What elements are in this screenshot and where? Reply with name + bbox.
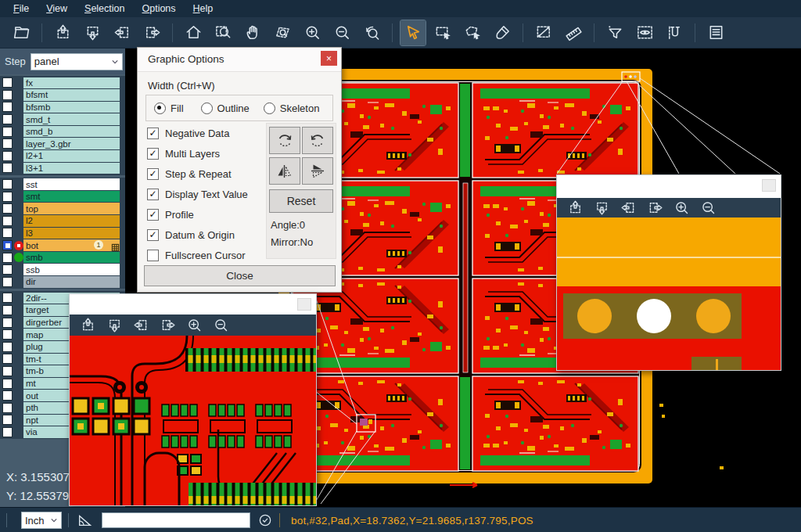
layer-row-fx[interactable]: fx <box>0 77 125 89</box>
layer-visibility-checkbox[interactable] <box>2 216 13 226</box>
menu-selection[interactable]: Selection <box>76 2 133 16</box>
layer-name[interactable]: bfsmb <box>23 102 120 113</box>
view-options-icon[interactable] <box>632 20 657 45</box>
layer-row-l3[interactable]: l3 <box>0 227 125 239</box>
reset-button[interactable]: Reset <box>269 189 333 213</box>
layer-visibility-checkbox[interactable] <box>2 228 13 238</box>
menu-options[interactable]: Options <box>133 2 184 16</box>
layer-row-sst[interactable]: sst <box>0 178 125 191</box>
pan-up-icon[interactable] <box>77 316 98 335</box>
pan-hand-icon[interactable] <box>240 20 265 45</box>
layer-visibility-checkbox[interactable] <box>2 102 13 112</box>
layer-name[interactable]: l3+1 <box>23 163 120 174</box>
layer-visibility-checkbox[interactable] <box>2 163 13 173</box>
zoom-window-view[interactable] <box>70 336 316 505</box>
layer-name[interactable]: layer_3.gbr <box>23 138 120 149</box>
layer-row-smb[interactable]: smb <box>0 251 125 264</box>
layer-visibility-checkbox[interactable] <box>2 293 13 303</box>
pan-down-icon[interactable] <box>104 316 124 335</box>
checkbox-box[interactable]: ✓ <box>147 229 159 241</box>
checkbox-box[interactable] <box>147 250 159 261</box>
zoom-out-icon[interactable] <box>329 20 354 45</box>
select-arrow-icon[interactable] <box>400 20 426 45</box>
layer-name[interactable]: smb <box>23 252 120 264</box>
layer-visibility-checkbox[interactable] <box>2 354 13 364</box>
layer-visibility-checkbox[interactable] <box>2 329 13 340</box>
layer-visibility-checkbox[interactable] <box>2 138 13 149</box>
layer-visibility-checkbox[interactable] <box>2 427 13 437</box>
measure-distance-icon[interactable] <box>531 20 556 45</box>
layer-name[interactable]: smt <box>23 191 120 203</box>
zoom-in-icon[interactable] <box>671 199 691 217</box>
layer-row-ssb[interactable]: ssb <box>0 264 125 276</box>
checkbox-box[interactable]: ✓ <box>147 209 159 221</box>
grid-icon[interactable] <box>111 241 120 250</box>
layer-visibility-checkbox[interactable] <box>2 264 13 275</box>
checkbox-multi-layers[interactable]: ✓Multi Layers <box>147 143 248 164</box>
layer-name[interactable]: smd_b <box>23 126 120 138</box>
layer-row-l2[interactable]: l2 <box>0 215 125 228</box>
zoom-out-icon[interactable] <box>698 199 718 217</box>
layer-name[interactable]: l3 <box>23 228 120 239</box>
zoom-in-icon[interactable] <box>300 20 325 45</box>
pan-right-icon[interactable] <box>157 316 178 335</box>
zoom-out-icon[interactable] <box>210 316 231 335</box>
layer-name[interactable]: ssb <box>23 264 120 275</box>
checkbox-display-text-value[interactable]: ✓Display Text Value <box>147 184 248 204</box>
checkbox-box[interactable]: ✓ <box>147 189 159 200</box>
zoom-in-icon[interactable] <box>184 316 204 335</box>
layer-name[interactable]: top <box>23 203 120 214</box>
radio-outline[interactable]: Outline <box>201 102 250 114</box>
layer-visibility-checkbox[interactable] <box>2 203 13 214</box>
checkbox-box[interactable]: ✓ <box>147 128 159 139</box>
zoom-previous-icon[interactable] <box>359 20 384 45</box>
filter-icon[interactable] <box>602 20 627 45</box>
checkbox-box[interactable]: ✓ <box>147 148 159 160</box>
menu-help[interactable]: Help <box>185 2 222 16</box>
select-rectangle-icon[interactable] <box>430 20 455 45</box>
layer-visibility-checkbox[interactable] <box>2 379 13 389</box>
layer-row-smd_b[interactable]: smd_b <box>0 125 125 138</box>
zoom-window-title-bar[interactable] <box>70 294 316 315</box>
radio-fill[interactable]: Fill <box>154 102 184 114</box>
pan-down-icon[interactable] <box>591 199 612 217</box>
window-button[interactable] <box>297 298 311 311</box>
layer-visibility-checkbox[interactable] <box>2 127 13 137</box>
layer-visibility-checkbox[interactable] <box>2 114 13 124</box>
layer-name[interactable]: sst <box>23 178 120 190</box>
pan-right-icon[interactable] <box>645 199 665 217</box>
pan-left-icon[interactable] <box>110 20 135 45</box>
layer-visibility-checkbox[interactable] <box>2 390 13 401</box>
layer-visibility-checkbox[interactable] <box>2 366 13 376</box>
layer-visibility-checkbox[interactable] <box>2 192 13 202</box>
pan-up-icon[interactable] <box>565 199 585 217</box>
close-button[interactable]: Close <box>144 265 336 286</box>
checkbox-negative-data[interactable]: ✓Negative Data <box>147 123 248 143</box>
layer-visibility-checkbox[interactable] <box>2 253 13 263</box>
mirror-horizontal-button[interactable] <box>269 157 300 185</box>
layer-visibility-checkbox[interactable] <box>2 240 13 250</box>
mirror-vertical-button[interactable] <box>302 157 333 185</box>
layer-row-layer_3.gbr[interactable]: layer_3.gbr <box>0 138 125 150</box>
refresh-check-icon[interactable] <box>257 512 273 528</box>
layer-name[interactable]: smd_t <box>23 113 120 125</box>
dialog-close-button[interactable]: × <box>321 51 337 66</box>
pan-up-icon[interactable] <box>50 20 75 45</box>
window-button[interactable] <box>762 179 776 192</box>
checkbox-fullscreen-cursor[interactable]: Fullscreen Cursor <box>147 245 248 265</box>
unit-select[interactable]: Inch <box>21 512 62 529</box>
step-select[interactable]: panel <box>31 53 123 70</box>
rotate-ccw-button[interactable] <box>302 127 333 154</box>
home-view-icon[interactable] <box>181 20 206 45</box>
ruler-icon[interactable] <box>561 20 586 45</box>
layer-name[interactable]: l2 <box>23 215 120 227</box>
layer-visibility-checkbox[interactable] <box>2 90 13 100</box>
layer-row-top[interactable]: top <box>0 203 125 215</box>
zoom-window-icon[interactable] <box>210 20 235 45</box>
dialog-title-bar[interactable]: Graphic Options × <box>138 48 341 72</box>
layer-name[interactable]: bot <box>23 239 120 251</box>
layer-visibility-checkbox[interactable] <box>2 179 13 189</box>
command-input[interactable] <box>102 512 250 528</box>
pan-down-icon[interactable] <box>80 20 105 45</box>
layer-row-l2+1[interactable]: l2+1 <box>0 150 125 163</box>
